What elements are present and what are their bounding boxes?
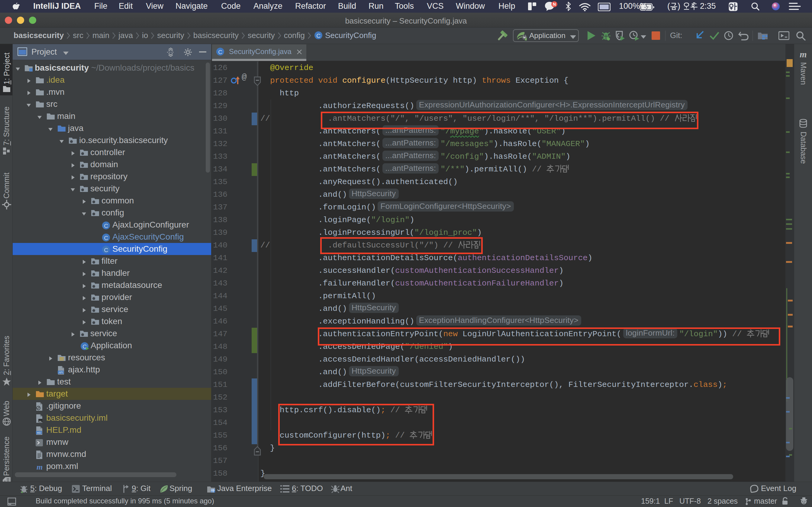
svg-text:m: m [37,463,43,471]
svg-text:C: C [218,49,222,55]
svg-text:API: API [59,371,63,374]
svg-text:C: C [83,343,87,350]
svg-text:C: C [104,235,108,241]
svg-text:C: C [104,247,108,253]
svg-text:C: C [104,223,108,229]
svg-text:N: N [553,2,556,7]
svg-text:m: m [800,50,807,59]
svg-text:C: C [316,33,320,39]
svg-text:MD: MD [37,431,41,434]
